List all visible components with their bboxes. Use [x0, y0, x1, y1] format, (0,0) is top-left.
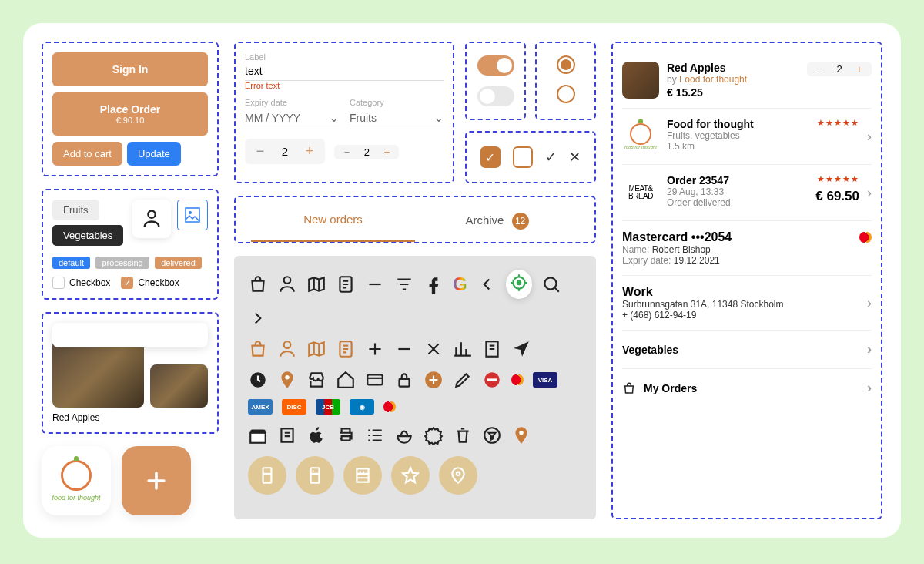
order-total: € 69.50 [815, 189, 859, 204]
category-select[interactable]: Fruits ⌄ [350, 107, 444, 129]
document-icon [336, 274, 356, 294]
expiry-label: Expiry date [245, 98, 339, 107]
svg-point-24 [457, 472, 460, 475]
search-icon[interactable] [541, 274, 561, 294]
svg-rect-11 [400, 379, 410, 387]
signin-button[interactable]: Sign In [52, 52, 208, 86]
chevron-right-icon: › [867, 185, 872, 201]
svg-point-19 [484, 428, 500, 443]
expiry-label: Expiry date: [622, 255, 671, 266]
vendor-card[interactable]: food for thought Food for thought Fruits… [622, 109, 872, 165]
cart-item-card: Red Apples by Food for thought € 15.25 −… [622, 52, 872, 109]
receipt-icon [482, 339, 502, 359]
location-arrow-icon [511, 339, 531, 359]
vendor-tags: Fruits, vegetables [667, 130, 809, 141]
chip-vegetables[interactable]: Vegetables [52, 225, 123, 246]
category-value: Fruits [350, 112, 377, 124]
category-row[interactable]: Vegetables › [622, 331, 872, 369]
archive-count-badge: 12 [512, 213, 529, 230]
quantity-stepper-small[interactable]: − 2 + [334, 145, 399, 159]
bag-icon [248, 339, 268, 359]
product-thumb-large[interactable] [52, 340, 144, 408]
user-avatar-placeholder [132, 200, 171, 238]
mastercard-icon [859, 231, 872, 243]
icon-grid: G VISA [234, 256, 596, 519]
plus-button[interactable]: + [852, 63, 867, 75]
product-thumb-small[interactable] [150, 364, 208, 408]
diners-icon: ◉ [350, 399, 374, 415]
order-time: 29 Aug, 13:33 [667, 186, 808, 197]
add-to-cart-button[interactable]: Add to cart [52, 142, 122, 166]
vendor-link[interactable]: Food for thought [679, 74, 747, 85]
gps-button[interactable] [506, 270, 532, 299]
expiry-select[interactable]: MM / YYYY ⌄ [245, 107, 339, 129]
radios-group [535, 42, 596, 120]
trash-icon [453, 425, 473, 445]
radio-unselected[interactable] [557, 85, 575, 103]
minus-button[interactable]: − [339, 146, 354, 158]
vendor-logo: food for thought [622, 118, 659, 155]
plus-button[interactable]: + [302, 143, 317, 159]
tab-archive[interactable]: Archive 12 [415, 200, 579, 242]
amex-icon: AMEX [248, 399, 273, 415]
fridge-button[interactable] [296, 456, 334, 495]
order-status: Order delivered [667, 197, 808, 208]
cart-qty-stepper[interactable]: − 2 + [807, 62, 872, 76]
check-icon: ✓ [545, 149, 557, 166]
chevron-right-icon: › [867, 380, 872, 396]
text-input[interactable] [245, 62, 444, 81]
order-logo: MEAT&BREAD [622, 174, 659, 211]
fridge-button[interactable] [248, 456, 286, 495]
card-expiry: 19.12.2021 [674, 255, 720, 266]
plus-button[interactable]: + [379, 146, 394, 158]
discover-icon: DISC [282, 399, 306, 415]
product-image [622, 62, 659, 99]
by-prefix: by [667, 74, 677, 85]
edit-icon [453, 370, 473, 390]
toggle-on[interactable] [477, 55, 514, 76]
place-order-button[interactable]: Place Order € 90.10 [52, 92, 208, 136]
card-holder: Robert Bishop [652, 244, 711, 255]
chip-fruits[interactable]: Fruits [52, 200, 99, 220]
chevron-right-icon[interactable] [248, 308, 268, 328]
shelf-button[interactable] [343, 456, 382, 495]
svg-rect-22 [311, 468, 320, 483]
address-line: Surbrunnsgatan 31A, 11348 Stockholm [622, 299, 867, 310]
app-tile-logo[interactable]: food for thought [42, 446, 111, 515]
checkbox-label: Checkbox [138, 277, 179, 288]
facebook-icon [424, 274, 444, 294]
error-text: Error text [245, 81, 444, 90]
checkbox-unchecked[interactable] [52, 277, 65, 289]
svg-point-1 [189, 211, 192, 214]
svg-rect-16 [250, 433, 266, 443]
svg-rect-10 [367, 375, 383, 385]
my-orders-row[interactable]: My Orders › [622, 369, 872, 407]
checkbox-checked[interactable]: ✓ [121, 277, 133, 289]
cart-item-price: € 15.25 [667, 86, 799, 99]
minus-button[interactable]: − [812, 63, 827, 75]
app-tile-add[interactable] [122, 446, 191, 515]
thumb-caption: Red Apples [52, 412, 208, 423]
svg-rect-23 [357, 468, 368, 482]
minus-icon [365, 274, 385, 294]
quantity-stepper[interactable]: − 2 + [245, 139, 325, 164]
card-icon [365, 370, 385, 390]
order-card[interactable]: MEAT&BREAD Order 23547 29 Aug, 13:33 Ord… [622, 165, 872, 221]
radio-selected[interactable] [557, 55, 575, 74]
category-label: Vegetables [622, 344, 678, 356]
user-icon [277, 339, 297, 359]
bag-icon [248, 274, 268, 294]
thumbnails-group: Red Apples [42, 312, 219, 434]
chevron-left-icon[interactable] [477, 274, 497, 294]
star-button[interactable] [391, 456, 430, 495]
tab-new-orders[interactable]: New orders [251, 200, 415, 242]
checkbox-outline[interactable] [513, 146, 533, 168]
minus-button[interactable]: − [253, 143, 268, 159]
funnel-icon [482, 425, 502, 445]
update-button[interactable]: Update [127, 142, 181, 166]
toggle-off[interactable] [477, 86, 514, 106]
checkbox-filled[interactable]: ✓ [480, 146, 500, 168]
location-button[interactable] [439, 456, 477, 495]
address-card[interactable]: Work Surbrunnsgatan 31A, 11348 Stockholm… [622, 276, 872, 331]
svg-rect-14 [487, 378, 497, 381]
